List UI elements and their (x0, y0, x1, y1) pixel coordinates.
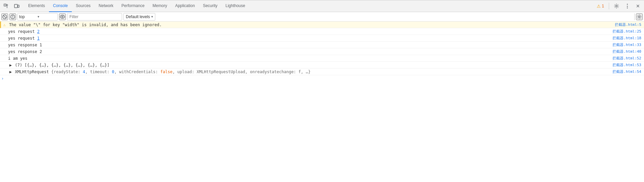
console-prompt-icon: › (1, 76, 4, 81)
levels-arrow: ▾ (151, 15, 153, 18)
close-devtools-button[interactable]: ✕ (633, 1, 643, 11)
toolbar-divider-2 (634, 13, 635, 20)
expand-arrow-6[interactable]: ▶ (9, 63, 12, 67)
more-icon: ⋮ (625, 3, 630, 9)
levels-selector[interactable]: Default levels ▾ (123, 13, 155, 20)
console-row-7: ▶ XMLHttpRequest {readyState: 4, timeout… (0, 69, 644, 75)
warning-icon: ⚠ (3, 22, 5, 27)
context-selector[interactable]: top ▾ (17, 13, 58, 20)
tab-memory[interactable]: Memory (149, 0, 171, 12)
inspect-icon-button[interactable] (1, 1, 11, 11)
row-source-4[interactable]: 拦截器.html:40 (612, 49, 644, 54)
console-row-2: yes request 1 拦截器.html:18 (0, 35, 644, 42)
console-toolbar-left: top ▾ Default levels ▾ (1, 13, 155, 20)
warning-badge[interactable]: ⚠ 1 (595, 3, 606, 9)
expand-arrow-7[interactable]: ▶ (9, 70, 12, 74)
context-value: top (19, 14, 38, 19)
row-source-6[interactable]: 拦截器.html:53 (612, 62, 644, 67)
svg-rect-0 (4, 4, 6, 6)
row-text-warning: The value "\" for key "width" is invalid… (8, 22, 615, 27)
live-expressions-button[interactable] (59, 13, 66, 20)
row-source-1[interactable]: 拦截器.html:25 (612, 29, 644, 34)
row-source-5[interactable]: 拦截器.html:52 (612, 56, 644, 61)
console-row-4: yes response 2 拦截器.html:40 (0, 48, 644, 55)
warning-indicator: ⚠ (1, 22, 8, 27)
tabs-bar: Elements Console Sources Network Perform… (0, 0, 644, 12)
row-text-4: yes response 2 (7, 49, 612, 54)
tabs-left-icons (1, 1, 21, 11)
svg-line-7 (3, 15, 6, 18)
console-toolbar-right (633, 13, 643, 20)
console-row-6: ▶ (7) [{…}, {…}, {…}, {…}, {…}, {…}, {…}… (0, 62, 644, 69)
svg-rect-4 (18, 5, 19, 7)
clear-console-button[interactable] (1, 13, 8, 20)
console-toolbar: top ▾ Default levels ▾ (0, 12, 644, 21)
tab-security[interactable]: Security (199, 0, 221, 12)
link-2[interactable]: 2 (37, 29, 40, 34)
row-source-2[interactable]: 拦截器.html:18 (612, 36, 644, 41)
settings-button[interactable] (612, 1, 621, 11)
tab-elements[interactable]: Elements (24, 0, 49, 12)
console-settings-button[interactable] (636, 13, 643, 20)
console-input-row: › (0, 75, 644, 82)
devtools-container: Elements Console Sources Network Perform… (0, 0, 644, 182)
tab-sources[interactable]: Sources (72, 0, 95, 12)
console-input[interactable] (5, 76, 644, 81)
device-toolbar-button[interactable] (12, 1, 21, 11)
tab-performance[interactable]: Performance (117, 0, 149, 12)
filter-input[interactable] (67, 13, 122, 20)
svg-rect-3 (14, 4, 17, 8)
row-text-2: yes request 1 (7, 36, 612, 41)
more-options-button[interactable]: ⋮ (623, 1, 632, 11)
tab-lighthouse[interactable]: Lighthouse (221, 0, 249, 12)
row-text-6: ▶ (7) [{…}, {…}, {…}, {…}, {…}, {…}, {…}… (8, 63, 612, 67)
context-arrow: ▾ (38, 15, 56, 18)
row-text-5: i am yes (7, 56, 612, 61)
svg-point-12 (639, 16, 640, 17)
row-text-3: yes response 1 (7, 43, 612, 47)
warning-triangle-icon: ⚠ (597, 4, 601, 9)
console-output: ⚠ The value "\" for key "width" is inval… (0, 21, 644, 182)
tab-console[interactable]: Console (49, 0, 72, 12)
row-source-7[interactable]: 拦截器.html:54 (612, 69, 644, 74)
link-1[interactable]: 1 (37, 36, 40, 41)
levels-label: Default levels (126, 14, 150, 19)
svg-point-10 (12, 17, 13, 18)
row-text-1: yes request 2 (7, 29, 612, 34)
console-row-1: yes request 2 拦截器.html:25 (0, 28, 644, 35)
svg-point-11 (62, 16, 63, 17)
tab-application[interactable]: Application (171, 0, 199, 12)
svg-point-5 (616, 5, 618, 7)
row-source-3[interactable]: 拦截器.html:33 (612, 42, 644, 47)
preserve-log-button[interactable] (9, 13, 16, 20)
console-row-warning: ⚠ The value "\" for key "width" is inval… (0, 21, 644, 28)
tab-network[interactable]: Network (95, 0, 117, 12)
row-text-7: ▶ XMLHttpRequest {readyState: 4, timeout… (8, 70, 612, 74)
tabs-right-actions: ⚠ 1 ⋮ ✕ (595, 1, 643, 11)
warning-count: 1 (602, 4, 604, 8)
console-row-5: i am yes 拦截器.html:52 (0, 55, 644, 62)
console-row-3: yes response 1 拦截器.html:33 (0, 42, 644, 48)
toolbar-divider (609, 3, 609, 9)
close-icon: ✕ (636, 3, 640, 9)
row-source-0[interactable]: 拦截器.html:5 (615, 22, 644, 27)
